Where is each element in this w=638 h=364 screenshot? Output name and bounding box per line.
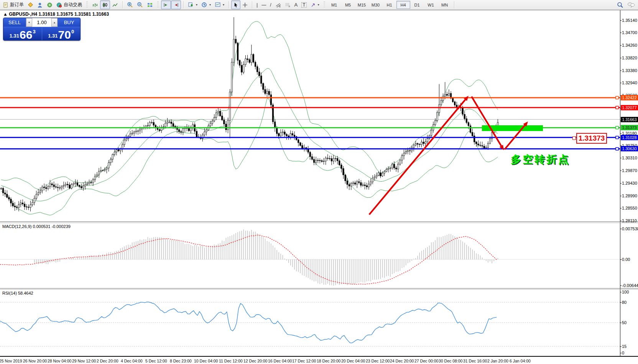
trend-arrow-1[interactable] bbox=[369, 98, 466, 215]
sell-price-sup: 3 bbox=[33, 29, 35, 34]
svg-text:E: E bbox=[279, 5, 281, 8]
profile-button[interactable] bbox=[35, 0, 45, 9]
chart-area[interactable]: ▲ GBPUSD-,H4 1.31618 1.31675 1.31581 1.3… bbox=[0, 10, 638, 364]
cursor-tool-button[interactable] bbox=[231, 0, 240, 9]
hline-handle-1.32422[interactable] bbox=[616, 96, 618, 99]
search-button[interactable] bbox=[615, 0, 625, 9]
add-indicator-icon bbox=[188, 2, 194, 8]
horizontal-line-icon: — bbox=[261, 3, 266, 7]
timeframe-M1[interactable]: M1 bbox=[327, 1, 341, 9]
timeframe-M15[interactable]: M15 bbox=[355, 1, 369, 9]
templates-button[interactable]: ▾ bbox=[213, 0, 226, 9]
date-label: 11 Dec 12:00 bbox=[219, 359, 243, 363]
price-tag-1.32422: 1.32422 bbox=[621, 95, 638, 100]
search-icon bbox=[617, 2, 623, 8]
date-label: 23 Dec 12:00 bbox=[366, 359, 390, 363]
zoom-out-button[interactable] bbox=[135, 0, 145, 9]
horizontal-line-tool[interactable]: — bbox=[260, 0, 268, 9]
panel-separator bbox=[0, 289, 638, 290]
panel-separator bbox=[0, 223, 638, 223]
date-label: 12 Dec 20:00 bbox=[243, 359, 267, 363]
profile-person-icon bbox=[37, 2, 43, 8]
sell-price-big: 66 bbox=[20, 30, 32, 40]
hline-handle-1.30630[interactable] bbox=[616, 148, 618, 150]
bar-chart-button[interactable] bbox=[90, 0, 100, 9]
chat-button[interactable] bbox=[625, 0, 637, 9]
panel-separator bbox=[0, 10, 638, 10]
fibonacci-tool[interactable]: F bbox=[283, 0, 293, 9]
hline-handle-1.31373[interactable] bbox=[616, 126, 618, 129]
trendline-tool[interactable]: / bbox=[268, 0, 273, 9]
mt4-window: 新订单 自动交易 bbox=[0, 0, 638, 364]
date-label: 4 Dec 04:00 bbox=[121, 359, 143, 363]
candlestick-chart-button[interactable] bbox=[100, 0, 110, 9]
hline-handle-1.32077[interactable] bbox=[616, 106, 618, 109]
timeframe-group: M1M5M15M30H1H4D1W1MN bbox=[326, 0, 453, 10]
price-axis-label: 1.35140 bbox=[622, 18, 637, 23]
macd-axis-label: -0.006446 bbox=[622, 283, 638, 288]
add-indicator-button[interactable]: ▾ bbox=[186, 0, 199, 9]
price-axis-label: 1.33380 bbox=[622, 68, 637, 73]
buy-price-small: 1.31 bbox=[48, 33, 58, 39]
volume-decrease-button[interactable]: ▼ bbox=[26, 18, 32, 27]
rsi-axis-label: 100 bbox=[622, 290, 629, 294]
gold-diamond-icon bbox=[28, 2, 33, 8]
timeframe-D1[interactable]: D1 bbox=[410, 1, 424, 9]
price-tick bbox=[620, 71, 622, 71]
timeframe-M5[interactable]: M5 bbox=[341, 1, 355, 9]
vertical-line-tool[interactable]: | bbox=[255, 0, 260, 9]
price-tick bbox=[620, 196, 622, 196]
rsi-panel bbox=[0, 302, 620, 346]
profile-arrow-end-icon bbox=[173, 2, 179, 8]
line-chart-button[interactable] bbox=[110, 0, 120, 9]
tile-windows-button[interactable] bbox=[145, 0, 155, 9]
macd-panel bbox=[0, 230, 620, 286]
volume-increase-button[interactable]: ▲ bbox=[51, 18, 58, 27]
rsi-header: RSI(14) 58.4642 bbox=[2, 291, 33, 295]
new-order-button[interactable]: 新订单 bbox=[1, 0, 26, 9]
buy-price[interactable]: 1.31 70 0 bbox=[42, 27, 81, 41]
market-watch-button[interactable] bbox=[26, 0, 35, 9]
date-label: 5 Dec 12:00 bbox=[145, 359, 167, 363]
buy-price-sup: 0 bbox=[71, 29, 74, 34]
channel-tool[interactable]: E bbox=[273, 0, 283, 9]
date-label: 2 Dec 20:00 bbox=[97, 359, 118, 363]
text-label-tool[interactable]: T bbox=[299, 0, 308, 9]
autotrade-button[interactable]: 自动交易 bbox=[54, 0, 84, 9]
hline-handle-1.31028[interactable] bbox=[616, 136, 618, 139]
profile-arrow-icon bbox=[163, 2, 169, 8]
timeframe-H1[interactable]: H1 bbox=[383, 1, 396, 9]
crosshair-icon bbox=[242, 2, 248, 8]
text-tool[interactable]: A bbox=[293, 0, 300, 9]
volume-input[interactable] bbox=[32, 18, 51, 27]
timeframe-W1[interactable]: W1 bbox=[424, 1, 438, 9]
sell-price[interactable]: 1.31 66 3 bbox=[3, 27, 42, 41]
timeframe-M30[interactable]: M30 bbox=[369, 1, 383, 9]
show-profile-right-button[interactable] bbox=[171, 0, 181, 9]
bollinger-bands bbox=[1, 21, 498, 215]
timeframe-MN[interactable]: MN bbox=[438, 1, 452, 9]
chart-canvas[interactable] bbox=[0, 10, 638, 364]
arrows-tool[interactable]: ▾ bbox=[309, 0, 321, 9]
price-callout-box[interactable]: 1.31373 bbox=[576, 133, 607, 144]
zoom-in-button[interactable] bbox=[125, 0, 135, 9]
buy-button[interactable]: BUY bbox=[58, 18, 80, 27]
signals-button[interactable] bbox=[45, 0, 54, 9]
clock-icon bbox=[201, 2, 207, 8]
timeframe-H4[interactable]: H4 bbox=[396, 1, 410, 9]
macd-axis-label: 0.007538 bbox=[622, 226, 638, 231]
date-label: 25 Nov 2019 bbox=[0, 359, 22, 363]
date-label: 29 Nov 12:00 bbox=[72, 359, 96, 363]
sell-button[interactable]: SELL bbox=[3, 18, 26, 27]
text-label-icon: T bbox=[301, 2, 306, 8]
show-profile-left-button[interactable] bbox=[161, 0, 171, 9]
chart-title: ▲ GBPUSD-,H4 1.31618 1.31675 1.31581 1.3… bbox=[3, 11, 109, 17]
price-axis-label: 1.33820 bbox=[622, 56, 637, 60]
channel-icon: E bbox=[275, 2, 281, 8]
crosshair-tool-button[interactable] bbox=[240, 0, 250, 9]
trend-arrow-2[interactable] bbox=[472, 97, 502, 147]
periods-button[interactable]: ▾ bbox=[199, 0, 213, 9]
date-label: 8 Dec 23:00 bbox=[170, 359, 192, 363]
callout-anchor-handle[interactable] bbox=[572, 136, 576, 140]
date-label: 18 Dec 20:00 bbox=[317, 359, 340, 363]
